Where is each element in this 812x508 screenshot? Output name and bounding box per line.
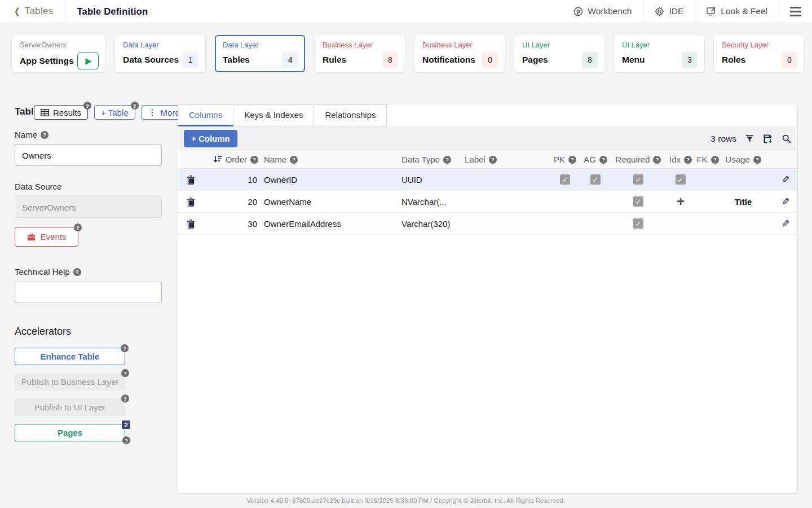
columns-table-header: Order?Name?Data Type?Label?PK?AG?Require… [178,151,797,169]
delete-column-icon[interactable] [178,219,203,229]
columns-toolbar: + Column 3 rows [178,126,797,151]
card-layer-label: UI Layer [522,41,598,49]
nav-action-workbench[interactable]: Workbench [562,0,643,23]
layer-cards-row: ServerOwnersApp Settings▶Data LayerData … [12,35,804,72]
checkbox-checked[interactable]: ✓ [633,174,643,185]
help-icon[interactable]: ? [290,156,298,164]
card-count-badge: 3 [682,52,698,68]
card-count-badge: 4 [283,52,298,68]
help-icon[interactable]: ? [489,156,497,164]
layer-card-data-sources[interactable]: Data LayerData Sources1 [115,35,205,72]
help-icon[interactable]: ? [684,156,692,164]
card-count-badge: 8 [582,52,598,68]
layer-card-roles[interactable]: Security LayerRoles0 [714,35,804,72]
table-definition-panel: ColumnsKeys & IndexesRelationships + Col… [178,105,798,494]
checkbox-checked[interactable]: ✓ [633,196,643,207]
table-grid-icon [41,109,49,116]
name-cell: OwnerEmailAddress [264,219,401,229]
card-count-badge: 8 [382,52,398,68]
checkbox-checked[interactable]: ✓ [676,174,686,185]
help-icon[interactable]: ? [41,131,48,139]
card-layer-label: Data Layer [223,41,298,49]
checkbox-checked[interactable]: ✓ [560,174,570,185]
name-input[interactable] [15,144,162,166]
help-icon[interactable]: ? [250,156,258,164]
back-label: Tables [25,6,54,17]
checkbox-checked[interactable]: ✓ [633,218,643,229]
card-layer-label: Business Layer [422,41,498,49]
rows-count: 3 rows [710,134,736,144]
help-icon[interactable]: ? [753,156,761,164]
play-icon: ▶ [85,56,92,65]
help-icon[interactable]: ? [121,344,129,352]
save-icon[interactable] [763,134,773,143]
page-title: Table Definition [65,6,148,17]
layer-card-menu[interactable]: UI LayerMenu3 [614,35,704,72]
accelerator-pages[interactable]: Pages2? [15,424,125,441]
accelerator-enhance-table[interactable]: Enhance Table? [15,348,125,365]
column-row-owneremailaddress[interactable]: 30OwnerEmailAddressVarchar(320)✓✎ [178,213,797,235]
card-count-badge: 1 [183,52,198,68]
layer-card-rules[interactable]: Business LayerRules8 [315,35,405,72]
column-row-ownername[interactable]: 20OwnerNameNVarchar(...✓+Title✎ [178,191,797,213]
card-name: Notifications [422,55,475,65]
technical-help-input[interactable] [15,282,162,303]
count-badge: 2 [122,421,130,429]
column-row-ownerid[interactable]: 10OwnerIDUUID✓✓✓✓✎ [178,169,797,191]
back-to-tables-button[interactable]: ❮ Tables [0,0,65,23]
card-layer-label: ServerOwners [20,41,99,49]
add-index-icon[interactable]: + [677,195,685,208]
events-button[interactable]: Events ? [15,227,78,247]
help-icon[interactable]: ? [121,395,129,402]
card-layer-label: UI Layer [622,41,698,49]
delete-column-icon[interactable] [178,197,203,207]
sort-icon[interactable] [213,155,222,164]
results-button[interactable]: Results ? [34,105,88,120]
edit-column-icon[interactable]: ✎ [782,174,789,186]
help-icon[interactable]: ? [568,156,576,164]
help-icon[interactable]: ? [83,102,91,110]
edit-column-icon[interactable]: ✎ [782,218,789,230]
tab-columns[interactable]: Columns [178,104,233,126]
hamburger-menu-icon[interactable] [779,0,812,23]
card-name: Menu [622,55,645,65]
help-icon[interactable]: ? [653,156,661,164]
checkbox-checked[interactable]: ✓ [590,174,601,185]
help-icon[interactable]: ? [73,268,81,276]
add-table-button[interactable]: + Table ? [94,105,135,120]
add-column-button[interactable]: + Column [184,130,237,147]
workbench-icon [573,7,583,16]
name-cell: OwnerName [264,197,401,207]
help-icon[interactable]: ? [599,156,607,164]
card-layer-label: Business Layer [323,41,398,49]
help-icon[interactable]: ? [131,102,139,110]
layer-card-pages[interactable]: UI LayerPages8 [514,35,604,72]
accelerators-list: Enhance Table?Publish to Business Layer?… [15,348,162,441]
card-name: Rules [323,55,346,65]
help-icon[interactable]: ? [443,156,451,164]
delete-column-icon[interactable] [178,175,203,185]
order-cell: 10 [203,175,264,185]
layer-card-tables[interactable]: Data LayerTables4 [215,35,305,72]
search-icon[interactable] [782,134,791,143]
tab-relationships[interactable]: Relationships [314,104,387,126]
edit-column-icon[interactable]: ✎ [782,196,789,208]
filter-icon[interactable] [745,134,754,143]
top-navbar: ❮ Tables Table Definition WorkbenchIDELo… [0,0,812,23]
help-icon[interactable]: ? [711,156,719,164]
nav-action-ide[interactable]: IDE [643,0,695,23]
nav-action-look-feel[interactable]: Look & Feel [695,0,779,23]
layer-card-notifications[interactable]: Business LayerNotifications0 [414,35,505,72]
columns-table: Order?Name?Data Type?Label?PK?AG?Require… [178,151,797,235]
card-name: Roles [722,55,745,65]
tab-keys-indexes[interactable]: Keys & Indexes [233,104,314,126]
help-icon[interactable]: ? [122,436,130,444]
data-source-input [15,196,162,218]
usage-cell: Title [721,197,766,207]
run-app-button[interactable]: ▶ [77,52,99,69]
card-layer-label: Data Layer [123,41,198,49]
help-icon[interactable]: ? [121,369,129,377]
help-icon[interactable]: ? [74,224,82,231]
layer-card-app-settings[interactable]: ServerOwnersApp Settings▶ [12,35,105,72]
add-table-label: + Table [101,108,129,117]
